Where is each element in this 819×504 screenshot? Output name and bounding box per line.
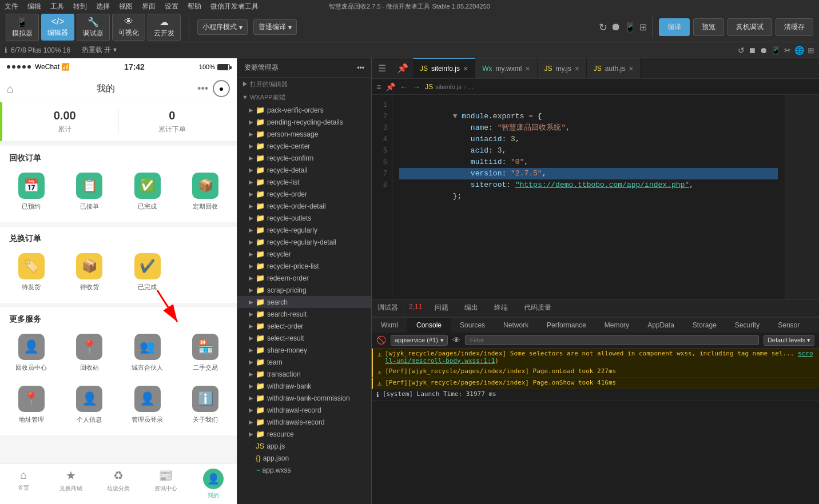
file-recycle-outlets[interactable]: ▶ 📁 recycle-outlets bbox=[237, 212, 371, 224]
file-select-order[interactable]: ▶ 📁 select-order bbox=[237, 320, 371, 332]
file-scrap-pricing[interactable]: ▶ 📁 scrap-pricing bbox=[237, 284, 371, 296]
file-recycle-confirm[interactable]: ▶ 📁 recycle-confirm bbox=[237, 152, 371, 164]
tab-close-icon3[interactable]: × bbox=[575, 64, 579, 73]
devtools-issues-tab[interactable]: 问题 bbox=[427, 300, 456, 317]
file-withdraw-bank[interactable]: ▶ 📁 withdraw-bank bbox=[237, 380, 371, 392]
home-icon[interactable]: ⌂ bbox=[7, 82, 14, 95]
icon-item-reserved[interactable]: 📅 已预约 bbox=[5, 168, 58, 215]
menu-item-wechat[interactable]: 微信开发者工具 bbox=[210, 2, 259, 11]
record-button[interactable]: ● bbox=[213, 80, 230, 97]
preview-button[interactable]: 预览 bbox=[693, 18, 724, 36]
wifi-icon[interactable]: ⊞ bbox=[639, 22, 647, 33]
tab-auth-js[interactable]: JS auth.js × bbox=[587, 58, 641, 78]
tab-my-js[interactable]: JS my.js × bbox=[538, 58, 587, 78]
scissors-icon[interactable]: ✂ bbox=[784, 46, 791, 55]
tab-network[interactable]: Network bbox=[494, 318, 538, 333]
refresh-icon2[interactable]: ↺ bbox=[738, 46, 745, 55]
icon-item-regular[interactable]: 📦 定期回收 bbox=[179, 168, 233, 215]
file-resource[interactable]: ▶ 📁 resource bbox=[237, 428, 371, 440]
file-redeem-order[interactable]: ▶ 📁 redeem-order bbox=[237, 272, 371, 284]
devtools-terminal-tab[interactable]: 终端 bbox=[486, 300, 516, 317]
file-recycle-order-detail[interactable]: ▶ 📁 recycle-order-detail bbox=[237, 200, 371, 212]
devtools-output-tab[interactable]: 编出 bbox=[456, 300, 486, 317]
visual-button[interactable]: 👁 可视化 bbox=[112, 14, 145, 41]
tab-console[interactable]: Console bbox=[407, 318, 451, 333]
file-recycle-regularly-detail[interactable]: ▶ 📁 recycle-regularly-detail bbox=[237, 236, 371, 248]
hot-reload[interactable]: 热重载 开 ▾ bbox=[82, 45, 117, 55]
log-levels-select[interactable]: Default levels ▾ bbox=[764, 335, 814, 346]
devtools-quality-tab[interactable]: 代码质量 bbox=[516, 300, 559, 317]
file-recycle-regularly[interactable]: ▶ 📁 recycle-regularly bbox=[237, 224, 371, 236]
file-withdrawals-record[interactable]: ▶ 📁 withdrawals-record bbox=[237, 416, 371, 428]
phone-scroll[interactable]: 0.00 累计 0 累计下单 回收订单 📅 已预约 bbox=[0, 102, 237, 463]
editor-button[interactable]: </> 编辑器 bbox=[41, 14, 74, 41]
mode-select[interactable]: 小程序模式 ▾ bbox=[197, 19, 248, 35]
file-search[interactable]: ▶ 📁 search bbox=[237, 296, 371, 308]
tab-close-icon2[interactable]: × bbox=[525, 64, 530, 73]
console-filter-input[interactable] bbox=[465, 335, 759, 345]
nav-mine[interactable]: 👤 我的 bbox=[189, 464, 237, 504]
tab-menu-icon[interactable]: ☰ bbox=[372, 58, 392, 78]
icon-item-about-us[interactable]: ℹ️ 关于我们 bbox=[179, 381, 233, 429]
file-recycle-list[interactable]: ▶ 📁 recycle-list bbox=[237, 176, 371, 188]
icon-item-secondhand[interactable]: 🏪 二手交易 bbox=[179, 329, 233, 377]
file-recycle-order[interactable]: ▶ 📁 recycle-order bbox=[237, 188, 371, 200]
icon-item-pending-ship[interactable]: 🏷️ 待发货 bbox=[5, 249, 58, 296]
file-withdraw-bank-commission[interactable]: ▶ 📁 withdraw-bank-commission bbox=[237, 392, 371, 404]
nav-trash[interactable]: ♻ 垃圾分类 bbox=[95, 464, 142, 504]
file-pending-recycling[interactable]: ▶ 📁 pending-recycling-details bbox=[237, 116, 371, 128]
tab-memory[interactable]: Memory bbox=[595, 318, 638, 333]
file-app-json[interactable]: ▶ {} app.json bbox=[237, 452, 371, 464]
cloud-button[interactable]: ☁ 云开发 bbox=[148, 14, 181, 41]
icon-item-address[interactable]: 📍 地址管理 bbox=[5, 381, 58, 429]
tab-storage[interactable]: Storage bbox=[683, 318, 726, 333]
nav-exchange[interactable]: ★ 兑换商城 bbox=[47, 464, 95, 504]
phone-icon[interactable]: 📱 bbox=[625, 22, 636, 33]
stop-icon[interactable]: ⏺ bbox=[611, 21, 621, 33]
tab-performance[interactable]: Performance bbox=[538, 318, 595, 333]
file-select-result[interactable]: ▶ 📁 select-result bbox=[237, 332, 371, 344]
tab-appdata[interactable]: AppData bbox=[638, 318, 683, 333]
icon-item-recycle-station[interactable]: 📍 回收站 bbox=[63, 329, 117, 377]
globe-icon[interactable]: 🌐 bbox=[794, 46, 804, 55]
nav-pin-icon[interactable]: 📌 bbox=[385, 82, 395, 91]
appservice-select[interactable]: appservice (#1) ▾ bbox=[391, 335, 448, 346]
file-recycle-detail[interactable]: ▶ 📁 recycle-detail bbox=[237, 164, 371, 176]
open-editors-header[interactable]: ▶ 打开的编辑器 bbox=[237, 78, 371, 91]
tab-security[interactable]: Security bbox=[726, 318, 769, 333]
icon-item-city-partner[interactable]: 👥 城市合伙人 bbox=[121, 329, 174, 377]
menu-item-help[interactable]: 帮助 bbox=[188, 2, 201, 11]
file-team[interactable]: ▶ 📁 team bbox=[237, 356, 371, 368]
tab-pin-icon[interactable]: 📌 bbox=[392, 58, 413, 78]
file-pack-verific[interactable]: ▶ 📁 pack-verific-orders bbox=[237, 104, 371, 116]
icon-item-recycler-center[interactable]: 👤 回收员中心 bbox=[5, 329, 58, 377]
icon-item-received[interactable]: 📋 已接单 bbox=[63, 168, 117, 215]
file-recycle-center[interactable]: ▶ 📁 recycle-center bbox=[237, 140, 371, 152]
menu-item-goto[interactable]: 转到 bbox=[73, 2, 87, 11]
file-person-message[interactable]: ▶ 📁 person-message bbox=[237, 128, 371, 140]
real-debug-button[interactable]: 真机调试 bbox=[727, 18, 772, 36]
file-withdrawal-record[interactable]: ▶ 📁 withdrawal-record bbox=[237, 404, 371, 416]
icon-item-admin-login[interactable]: 👤 管理员登录 bbox=[121, 381, 174, 429]
nav-home[interactable]: ⌂ 首页 bbox=[0, 464, 47, 504]
icon-item-pending-receive[interactable]: 📦 待收货 bbox=[63, 249, 117, 296]
file-search-result[interactable]: ▶ 📁 search-result bbox=[237, 308, 371, 320]
clear-cache-button[interactable]: 清缓存 bbox=[776, 18, 813, 36]
refresh-icon[interactable]: ↻ bbox=[599, 21, 607, 34]
icon-item-completed[interactable]: ✅ 已完成 bbox=[121, 168, 174, 215]
tab-sources[interactable]: Sources bbox=[451, 318, 494, 333]
tab-wxml[interactable]: Wxml bbox=[372, 318, 407, 333]
nav-list-icon[interactable]: ≡ bbox=[376, 82, 381, 91]
menu-item-file[interactable]: 文件 bbox=[5, 2, 18, 11]
tab-close-icon4[interactable]: × bbox=[629, 64, 633, 73]
menu-item-edit[interactable]: 编辑 bbox=[27, 2, 41, 11]
file-app-wxss[interactable]: ▶ ~ app.wxss bbox=[237, 464, 371, 476]
tab-close-icon[interactable]: × bbox=[463, 64, 468, 73]
phone-icon2[interactable]: 📱 bbox=[771, 46, 781, 55]
compile-select[interactable]: 普通编译 ▾ bbox=[253, 19, 297, 35]
clear-console-icon[interactable]: 🚫 bbox=[376, 335, 386, 345]
menu-item-view[interactable]: 视图 bbox=[119, 2, 133, 11]
file-app-js[interactable]: ▶ JS app.js bbox=[237, 440, 371, 452]
tab-sensor[interactable]: Sensor bbox=[769, 318, 809, 333]
expand-icon[interactable]: ⊞ bbox=[808, 46, 814, 55]
